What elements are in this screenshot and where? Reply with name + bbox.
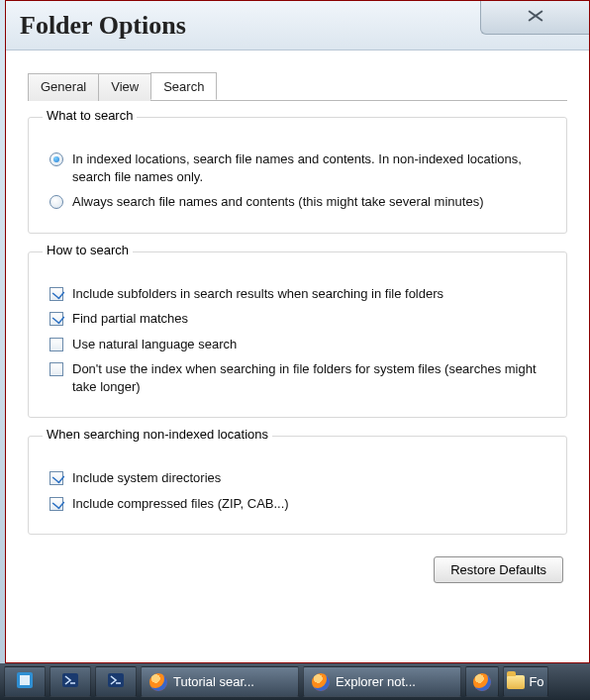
radio-icon bbox=[49, 194, 64, 210]
tab-label: Search bbox=[163, 79, 204, 94]
close-button[interactable] bbox=[480, 1, 589, 35]
radio-icon bbox=[49, 151, 64, 167]
firefox-icon bbox=[312, 673, 330, 691]
group-legend: How to search bbox=[43, 243, 133, 257]
restore-defaults-button[interactable]: Restore Defaults bbox=[434, 556, 563, 583]
powershell-icon bbox=[107, 671, 125, 692]
radio-indexed-locations[interactable]: In indexed locations, search file names … bbox=[49, 150, 552, 185]
firefox-icon bbox=[149, 673, 167, 691]
checkbox-dont-use-index[interactable]: Don't use the index when searching in fi… bbox=[49, 360, 552, 395]
taskbar-label: Fo bbox=[529, 674, 543, 689]
option-label: Include subfolders in search results whe… bbox=[72, 285, 443, 303]
checkbox-icon bbox=[49, 496, 64, 512]
checkbox-icon bbox=[49, 361, 64, 377]
group-non-indexed: When searching non-indexed locations Inc… bbox=[28, 436, 567, 535]
group-legend: What to search bbox=[43, 108, 137, 123]
tab-label: View bbox=[111, 79, 139, 94]
option-label: Include compressed files (ZIP, CAB...) bbox=[72, 495, 289, 513]
option-label: Always search file names and contents (t… bbox=[72, 193, 483, 211]
firefox-icon bbox=[473, 673, 491, 691]
taskbar-firefox-icon[interactable] bbox=[465, 666, 499, 697]
titlebar: Folder Options bbox=[6, 1, 589, 50]
taskbar-label: Explorer not... bbox=[336, 674, 416, 689]
window-title: Folder Options bbox=[20, 11, 186, 41]
taskbar-app-1[interactable] bbox=[4, 666, 46, 697]
option-label: In indexed locations, search file names … bbox=[72, 150, 552, 185]
group-legend: When searching non-indexed locations bbox=[43, 427, 272, 442]
dialog-body: General View Search What to search In in… bbox=[6, 50, 589, 593]
close-icon bbox=[527, 9, 544, 26]
folder-icon bbox=[507, 675, 525, 689]
tab-search[interactable]: Search bbox=[150, 72, 217, 100]
taskbar-powershell-1[interactable] bbox=[49, 666, 91, 697]
powershell-icon bbox=[61, 671, 79, 692]
checkbox-include-subfolders[interactable]: Include subfolders in search results whe… bbox=[49, 285, 552, 303]
checkbox-icon bbox=[49, 470, 64, 486]
taskbar-powershell-2[interactable] bbox=[95, 666, 137, 697]
checkbox-partial-matches[interactable]: Find partial matches bbox=[49, 310, 552, 328]
option-label: Don't use the index when searching in fi… bbox=[72, 360, 552, 395]
checkbox-system-directories[interactable]: Include system directories bbox=[49, 469, 552, 487]
checkbox-natural-language[interactable]: Use natural language search bbox=[49, 336, 552, 353]
svg-rect-1 bbox=[20, 675, 30, 685]
dialog-footer: Restore Defaults bbox=[28, 552, 567, 583]
tab-strip: General View Search bbox=[28, 72, 567, 101]
taskbar-folder[interactable]: Fo bbox=[503, 666, 548, 697]
option-label: Find partial matches bbox=[72, 310, 188, 328]
checkbox-icon bbox=[49, 286, 64, 302]
tab-label: General bbox=[41, 79, 86, 94]
checkbox-icon bbox=[49, 337, 64, 352]
taskbar-window-firefox-2[interactable]: Explorer not... bbox=[303, 666, 461, 697]
group-what-to-search: What to search In indexed locations, sea… bbox=[28, 117, 567, 234]
checkbox-compressed-files[interactable]: Include compressed files (ZIP, CAB...) bbox=[49, 495, 552, 513]
group-how-to-search: How to search Include subfolders in sear… bbox=[28, 251, 567, 419]
taskbar-label: Tutorial sear... bbox=[173, 674, 254, 689]
taskbar-window-firefox-1[interactable]: Tutorial sear... bbox=[141, 666, 299, 697]
radio-always-search[interactable]: Always search file names and contents (t… bbox=[49, 193, 552, 211]
tab-general[interactable]: General bbox=[28, 73, 99, 101]
option-label: Use natural language search bbox=[72, 336, 237, 353]
tab-view[interactable]: View bbox=[98, 73, 151, 101]
app-icon bbox=[16, 671, 34, 692]
folder-options-window: Folder Options General View Search What … bbox=[5, 0, 590, 663]
option-label: Include system directories bbox=[72, 469, 221, 487]
taskbar: Tutorial sear... Explorer not... Fo bbox=[0, 663, 590, 700]
checkbox-icon bbox=[49, 311, 64, 327]
